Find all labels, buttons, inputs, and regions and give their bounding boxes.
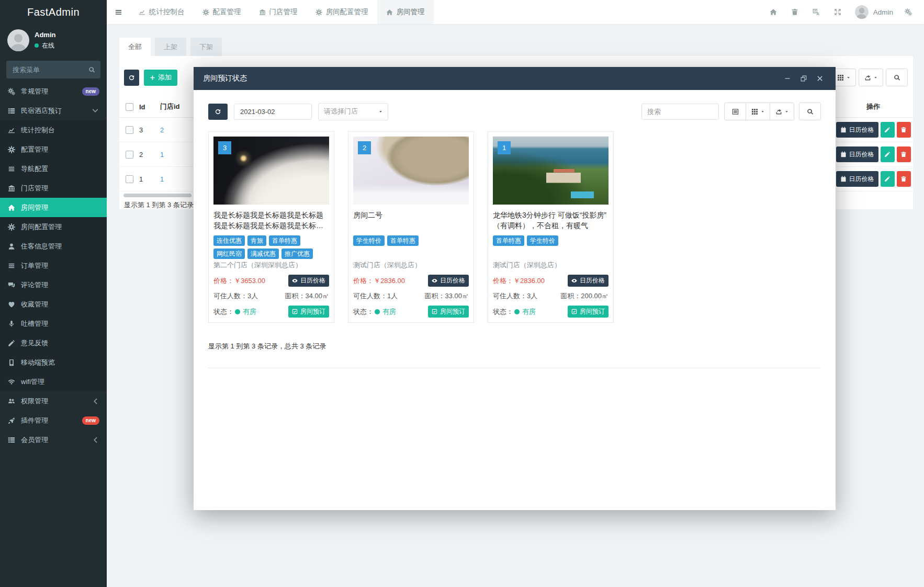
- thlist-icon: [7, 107, 16, 115]
- topnav-item[interactable]: 配置管理: [194, 0, 250, 24]
- row-checkbox[interactable]: [126, 175, 133, 183]
- translate-button[interactable]: [806, 0, 827, 24]
- guests-label: 可住人数：: [353, 291, 387, 301]
- topnav-item-label: 房间管理: [397, 7, 425, 17]
- sidebar-item[interactable]: 民宿酒店预订: [0, 101, 107, 120]
- filter-tab[interactable]: 上架: [155, 38, 186, 56]
- sidebar: FastAdmin Admin 在线 常规管理new民宿酒店预订统计控制台配置管…: [0, 0, 107, 587]
- sidebar-item[interactable]: 住客信息管理: [0, 236, 107, 256]
- sidebar-search-input[interactable]: [12, 65, 88, 74]
- sidebar-item[interactable]: 权限管理: [0, 391, 107, 411]
- delete-button[interactable]: [897, 171, 911, 187]
- settings-button[interactable]: [897, 0, 919, 24]
- store-id-link[interactable]: 1: [160, 175, 164, 183]
- sidebar-item[interactable]: 统计控制台: [0, 120, 107, 140]
- sidebar-item[interactable]: 移动端预览: [0, 353, 107, 372]
- refresh-button[interactable]: [208, 104, 228, 120]
- calendar-price-button[interactable]: 日历价格: [836, 171, 878, 187]
- sidebar-item[interactable]: 订单管理: [0, 256, 107, 275]
- room-title: 我是长标题我是长标题我是长标题我是长标题我是长标题我是长标题我是长标题我是长标题: [213, 210, 329, 231]
- search-toggle-button[interactable]: [886, 69, 908, 86]
- topnav-item[interactable]: 房间管理: [377, 0, 434, 24]
- topnav-item[interactable]: 门店管理: [250, 0, 307, 24]
- edit-button[interactable]: [881, 122, 895, 138]
- sidebar-item[interactable]: 会员管理: [0, 430, 107, 449]
- search-icon: [807, 108, 814, 115]
- reserve-button[interactable]: 房间预订: [428, 306, 469, 318]
- refresh-button[interactable]: [124, 70, 139, 86]
- calendar-price-button[interactable]: 日历价格: [836, 146, 878, 162]
- chevron-left-icon: [91, 398, 99, 405]
- minimize-button[interactable]: [781, 72, 794, 85]
- avatar: [7, 29, 29, 51]
- row-checkbox[interactable]: [126, 151, 133, 159]
- close-button[interactable]: [814, 72, 826, 85]
- avatar[interactable]: [855, 5, 869, 19]
- sidebar-item[interactable]: 吐槽管理: [0, 314, 107, 333]
- price-label: 价格：: [493, 276, 513, 286]
- edit-button[interactable]: [881, 146, 895, 162]
- sidebar-item[interactable]: 门店管理: [0, 178, 107, 198]
- calendar-price-button[interactable]: 日历价格: [568, 275, 609, 287]
- topnav-item[interactable]: 统计控制台: [130, 0, 194, 24]
- sidebar-item[interactable]: 配置管理: [0, 140, 107, 159]
- modal-search-input[interactable]: [641, 104, 719, 120]
- price-row: 价格：￥2836.00日历价格: [493, 275, 609, 287]
- online-dot: [35, 43, 39, 48]
- sidebar-item[interactable]: 房间配置管理: [0, 217, 107, 236]
- search-toggle-button[interactable]: [799, 103, 821, 120]
- chart-icon: [139, 9, 145, 16]
- sidebar-item[interactable]: 房间管理: [0, 198, 107, 217]
- maximize-button[interactable]: [797, 72, 810, 85]
- reserve-button[interactable]: 房间预订: [288, 306, 329, 318]
- sidebar-item-label: 评论管理: [21, 280, 48, 290]
- page-toolbar-right: [831, 69, 908, 86]
- cell-id: 3: [139, 126, 160, 134]
- expand-button[interactable]: [827, 0, 849, 24]
- store-id-link[interactable]: 1: [160, 151, 164, 159]
- home-button[interactable]: [763, 0, 784, 24]
- select-all-checkbox[interactable]: [126, 103, 133, 111]
- calendar-price-button[interactable]: 日历价格: [428, 275, 469, 287]
- translate-icon: [813, 8, 820, 16]
- columns-dropdown-button[interactable]: [746, 103, 770, 120]
- add-button[interactable]: 添加: [144, 70, 177, 86]
- filter-tab[interactable]: 下架: [190, 38, 222, 56]
- reserve-button[interactable]: 房间预订: [568, 306, 609, 318]
- topnav-item[interactable]: 房间配置管理: [307, 0, 377, 24]
- card-view-button[interactable]: [724, 103, 746, 120]
- gear-icon: [202, 9, 209, 16]
- trash-button[interactable]: [784, 0, 806, 24]
- export-dropdown-button[interactable]: [770, 103, 794, 120]
- store-id-link[interactable]: 2: [160, 126, 164, 134]
- capacity-row: 可住人数：3人面积：200.00㎡: [493, 291, 609, 301]
- calendar-price-button[interactable]: 日历价格: [288, 275, 329, 287]
- sidebar-item[interactable]: 插件管理new: [0, 411, 107, 430]
- horizontal-scrollbar[interactable]: [123, 194, 191, 197]
- sidebar-item[interactable]: wifi管理: [0, 372, 107, 391]
- sidebar-item[interactable]: 意见反馈: [0, 333, 107, 353]
- delete-button[interactable]: [897, 146, 911, 162]
- calendar-price-button[interactable]: 日历价格: [836, 122, 878, 138]
- store-select[interactable]: 请选择门店: [318, 103, 388, 120]
- menu-toggle-button[interactable]: [107, 0, 130, 24]
- guests-value: 3人: [527, 291, 537, 301]
- gears-icon: [7, 88, 16, 95]
- date-input[interactable]: [234, 104, 312, 120]
- filter-tab[interactable]: 全部: [119, 38, 151, 56]
- price-value: ￥2836.00: [513, 276, 545, 286]
- topnav-username[interactable]: Admin: [873, 8, 893, 16]
- export-dropdown-button[interactable]: [859, 69, 883, 86]
- sidebar-item[interactable]: 评论管理: [0, 275, 107, 295]
- eye-icon: [571, 278, 577, 284]
- sidebar-item[interactable]: 导航配置: [0, 159, 107, 178]
- sidebar-item[interactable]: 收藏管理: [0, 295, 107, 314]
- sidebar-item[interactable]: 常规管理new: [0, 82, 107, 101]
- room-store: 第二个门店（深圳深圳总店）: [213, 261, 329, 270]
- row-checkbox[interactable]: [126, 126, 133, 134]
- delete-button[interactable]: [897, 122, 911, 138]
- brand-logo: FastAdmin: [0, 0, 107, 24]
- modal-toolbar-right: [641, 103, 821, 120]
- edit-button[interactable]: [881, 171, 895, 187]
- trash-icon: [791, 8, 798, 16]
